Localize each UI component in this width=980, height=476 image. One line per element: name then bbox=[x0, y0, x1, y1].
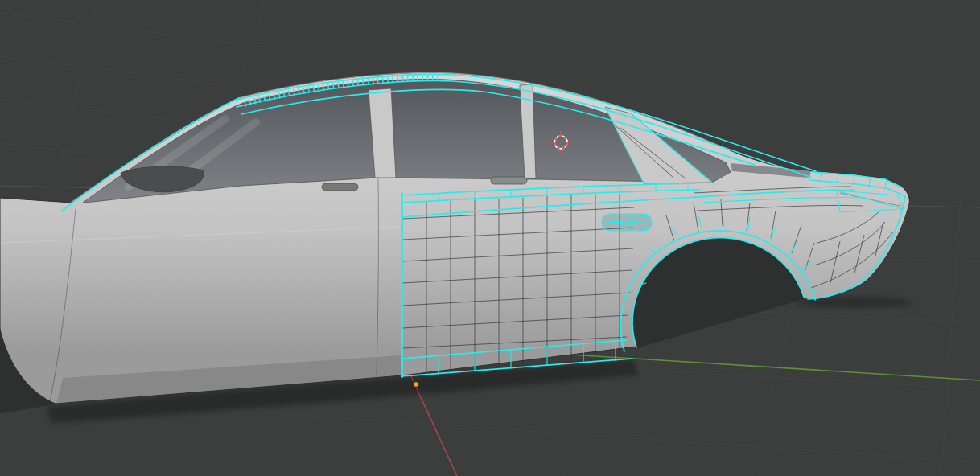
viewport-canvas[interactable] bbox=[0, 0, 980, 476]
car-model[interactable] bbox=[0, 73, 909, 413]
rear-door-handle[interactable] bbox=[491, 177, 527, 184]
object-origin-dot[interactable] bbox=[414, 382, 418, 387]
front-door-handle[interactable] bbox=[322, 183, 358, 191]
viewport[interactable] bbox=[0, 0, 980, 476]
